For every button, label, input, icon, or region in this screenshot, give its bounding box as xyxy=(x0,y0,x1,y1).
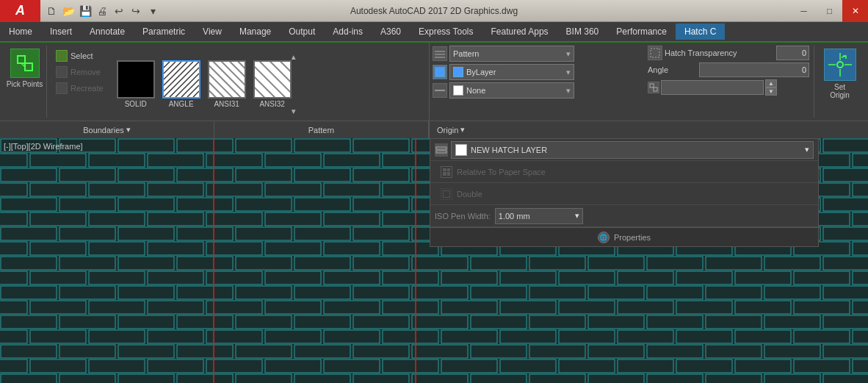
selection-line-left xyxy=(213,138,214,383)
angle-input[interactable] xyxy=(699,62,809,77)
menu-view[interactable]: View xyxy=(194,24,231,40)
layer-dropdown-arrow: ▾ xyxy=(805,145,809,154)
remove-icon xyxy=(56,66,68,78)
linetype-icon[interactable] xyxy=(433,83,447,98)
recreate-icon xyxy=(56,82,68,94)
pattern-ansi31[interactable]: ANSI31 xyxy=(206,59,247,110)
minimize-btn[interactable]: ─ xyxy=(791,0,817,22)
layer-row: NEW HATCH LAYER ▾ xyxy=(430,139,818,161)
qa-dropdown[interactable]: ▾ xyxy=(145,4,160,18)
relative-paper-label: Relative To Paper Space xyxy=(457,168,546,176)
pattern-dropdown[interactable]: Pattern ▾ xyxy=(449,46,574,62)
recreate-button[interactable]: Recreate xyxy=(53,81,106,96)
pattern-solid[interactable]: SOLID xyxy=(115,59,156,110)
svg-line-12 xyxy=(187,85,199,97)
pattern-section: ▲ SOLID xyxy=(112,46,296,118)
pattern-dropdown-arrow: ▾ xyxy=(566,49,571,59)
redo-btn[interactable]: ↪ xyxy=(129,4,143,18)
svg-line-9 xyxy=(170,68,199,97)
open-btn[interactable]: 📂 xyxy=(61,4,76,18)
scale-up-btn[interactable]: ▲ xyxy=(765,79,777,87)
scale-row: 1.0000 ▲ ▼ xyxy=(648,79,809,96)
svg-rect-38 xyxy=(436,147,446,149)
ribbon-left: Pick Points Select Remove Recreate xyxy=(0,43,430,138)
bylayer-arrow: ▾ xyxy=(566,68,571,77)
double-row: Double xyxy=(430,183,818,205)
menu-insert[interactable]: Insert xyxy=(41,24,81,40)
menu-a360[interactable]: A360 xyxy=(372,24,410,40)
relative-paper-row: Relative To Paper Space xyxy=(430,161,818,183)
ribbon: Pick Points Select Remove Recreate xyxy=(0,43,868,140)
menu-performance[interactable]: Performance xyxy=(607,24,676,40)
menu-annotate[interactable]: Annotate xyxy=(81,24,134,40)
menu-featured-apps[interactable]: Featured Apps xyxy=(482,24,557,40)
pick-points-button[interactable] xyxy=(10,49,40,78)
scale-down-btn[interactable]: ▼ xyxy=(765,87,777,96)
none-row: None ▾ xyxy=(433,82,643,99)
menu-bar: Home Insert Annotate Parametric View Man… xyxy=(0,22,868,43)
hatch-pattern-icon[interactable] xyxy=(433,46,447,61)
properties-footer[interactable]: 🌐 Properties xyxy=(430,227,818,246)
set-origin-button[interactable] xyxy=(824,49,856,81)
menu-addins[interactable]: Add-ins xyxy=(324,24,372,40)
svg-rect-26 xyxy=(654,87,657,91)
svg-line-3 xyxy=(164,62,170,68)
select-group: Select Remove Recreate xyxy=(50,46,109,118)
svg-rect-24 xyxy=(651,49,659,57)
hatch-transparency-row: Hatch Transparency xyxy=(648,46,809,60)
hatch-transparency-input[interactable] xyxy=(776,46,809,60)
iso-dropdown-arrow: ▾ xyxy=(575,211,579,221)
svg-line-6 xyxy=(164,62,187,85)
new-btn[interactable]: 🗋 xyxy=(44,4,59,18)
menu-manage[interactable]: Manage xyxy=(231,24,280,40)
title-text: Autodesk AutoCAD 2017 2D Graphics.dwg xyxy=(350,6,518,16)
scale-spinners: ▲ ▼ xyxy=(765,79,777,96)
color-icon[interactable] xyxy=(433,65,447,79)
svg-rect-39 xyxy=(436,151,446,153)
pick-points-section: Pick Points xyxy=(3,46,47,118)
pattern-scroll-up[interactable]: ▲ xyxy=(289,51,299,62)
bylayer-dropdown[interactable]: ByLayer ▾ xyxy=(449,64,574,80)
window-controls: ─ □ ✕ xyxy=(791,0,868,22)
ribbon-content: Pick Points Select Remove Recreate xyxy=(0,43,429,121)
print-btn[interactable]: 🖨 xyxy=(95,4,109,18)
section-label-bar: Boundaries ▾ Pattern xyxy=(0,121,429,138)
title-bar-left: A 🗋 📂 💾 🖨 ↩ ↪ ▾ xyxy=(0,0,164,21)
pattern-label[interactable]: Pattern xyxy=(214,121,429,138)
select-icon xyxy=(56,50,68,62)
properties-globe-icon: 🌐 xyxy=(598,232,610,243)
title-bar: A 🗋 📂 💾 🖨 ↩ ↪ ▾ Autodesk AutoCAD 2017 2D… xyxy=(0,0,868,22)
iso-pen-row: ISO Pen Width: 1.00 mm ▾ xyxy=(430,205,818,227)
angle-swatch xyxy=(162,60,200,99)
select-button[interactable]: Select xyxy=(53,49,106,63)
none-arrow: ▾ xyxy=(566,86,571,96)
pattern-scroll-down[interactable]: ▼ xyxy=(289,106,299,117)
boundaries-label[interactable]: Boundaries ▾ xyxy=(0,121,214,138)
close-btn[interactable]: ✕ xyxy=(842,0,868,22)
none-dropdown[interactable]: None ▾ xyxy=(449,82,574,99)
undo-btn[interactable]: ↩ xyxy=(112,4,126,18)
set-origin-label: Set Origin xyxy=(830,83,850,99)
menu-parametric[interactable]: Parametric xyxy=(134,24,194,40)
remove-button[interactable]: Remove xyxy=(53,65,106,79)
app-icon[interactable]: A xyxy=(0,0,40,22)
origin-section-label: Origin ▾ xyxy=(430,121,868,138)
ansi32-swatch xyxy=(253,60,292,99)
bylayer-row: ByLayer ▾ xyxy=(433,64,643,80)
pattern-ansi32[interactable]: ANSI32 xyxy=(252,59,293,110)
layer-color-swatch xyxy=(455,144,467,156)
double-label: Double xyxy=(457,190,482,198)
save-btn[interactable]: 💾 xyxy=(78,4,93,18)
ansi31-swatch xyxy=(208,60,246,99)
pattern-angle[interactable]: ANGLE xyxy=(161,59,202,110)
iso-pen-dropdown[interactable]: 1.00 mm ▾ xyxy=(495,208,583,224)
layer-dropdown[interactable]: NEW HATCH LAYER ▾ xyxy=(451,141,814,159)
maximize-btn[interactable]: □ xyxy=(817,0,842,22)
menu-bim360[interactable]: BIM 360 xyxy=(557,24,608,40)
scale-input[interactable]: 1.0000 xyxy=(661,80,764,95)
menu-home[interactable]: Home xyxy=(0,24,41,40)
origin-label[interactable]: Origin ▾ xyxy=(430,125,472,135)
menu-hatch[interactable]: Hatch C xyxy=(676,24,725,40)
menu-output[interactable]: Output xyxy=(280,24,324,40)
menu-express-tools[interactable]: Express Tools xyxy=(410,24,482,40)
